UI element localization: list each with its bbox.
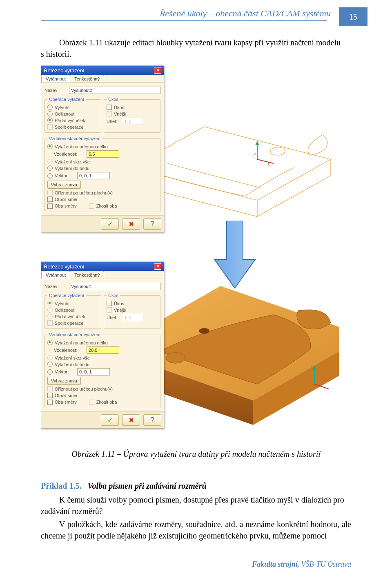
- radio-to-length[interactable]: [47, 340, 53, 345]
- dialog-body: Název Vysunout2 Operace vytažení Vytvoři…: [41, 83, 164, 215]
- footer-faculty: Fakulta strojní,: [252, 560, 301, 568]
- dialog-title: Řetězec vytažení: [44, 264, 85, 270]
- check-join: [47, 320, 53, 326]
- distance-group: Vzdálenost/směr vytažení Vytažení na urč…: [45, 332, 160, 408]
- dialog-titlebar[interactable]: Řetězec vytažení ✕: [41, 262, 164, 271]
- radio-cut[interactable]: [47, 111, 53, 116]
- extrude-dialog-2: Řetězec vytažení ✕ Vytáhnout Tenkostěnný…: [41, 261, 164, 429]
- name-label: Název: [45, 284, 69, 289]
- svg-text:x: x: [267, 161, 270, 167]
- radio-vector[interactable]: [47, 173, 53, 179]
- ok-button[interactable]: ✓: [101, 414, 119, 426]
- example-block: Příklad 1.5. Volba písmen při zadávání r…: [41, 480, 351, 541]
- check-outer: [107, 111, 112, 116]
- distance-label: Vzdálenost:: [54, 152, 87, 156]
- help-button[interactable]: ?: [143, 414, 161, 426]
- name-label: Název: [45, 88, 69, 93]
- footer-university: VŠB-TU Ostrava: [301, 560, 352, 568]
- angle-input: 5,0: [123, 118, 143, 125]
- check-trim: [47, 190, 53, 195]
- radio-create: [47, 301, 53, 306]
- check-both[interactable]: [47, 203, 53, 209]
- check-flip[interactable]: [47, 393, 53, 398]
- check-draft[interactable]: [107, 105, 112, 110]
- operation-group: Operace vytažení Vytvořit Odříznout Přid…: [45, 293, 101, 329]
- check-draft[interactable]: [107, 301, 112, 306]
- dialog-titlebar[interactable]: Řetězec vytažení ✕: [41, 66, 164, 75]
- check-outer: [107, 307, 112, 313]
- draft-legend: Úkos: [107, 293, 120, 298]
- tab-thinwall[interactable]: Tenkostěnný: [70, 271, 104, 279]
- vector-input[interactable]: 0, 0, 1: [77, 368, 110, 375]
- cancel-button[interactable]: ✖: [122, 414, 140, 426]
- figure-area: z x: [41, 65, 351, 437]
- intro-paragraph: Obrázek 1.11 ukazuje editaci hloubky vyt…: [41, 37, 351, 60]
- example-title: Volba písmen při zadávání rozměrů: [87, 481, 206, 490]
- distance-input[interactable]: 6.5: [87, 150, 119, 158]
- tab-extrude[interactable]: Vytáhnout: [41, 75, 70, 83]
- header-title: Řešené úkoly – obecná část CAD/CAM systé…: [160, 8, 331, 19]
- axis-triad-icon: z x: [254, 141, 274, 167]
- svg-point-6: [199, 328, 209, 334]
- figure-caption: Obrázek 1.11 – Úprava vytažení tvaru dut…: [41, 449, 351, 459]
- svg-point-0: [270, 147, 285, 155]
- dialog-title: Řetězec vytažení: [44, 67, 85, 74]
- angle-input: 0,0: [123, 314, 143, 321]
- radio-boss: [47, 314, 53, 319]
- distance-group: Vzdálenost/směr vytažení Vytažení na urč…: [45, 136, 160, 212]
- distance-label: Vzdálenost:: [54, 348, 87, 353]
- cancel-button[interactable]: ✖: [122, 218, 140, 230]
- close-icon[interactable]: ✕: [154, 67, 161, 74]
- header-rule: [41, 20, 327, 21]
- angle-label: Úhel:: [107, 119, 123, 124]
- angle-label: Úhel:: [107, 315, 123, 320]
- radio-thru-all: [47, 355, 53, 360]
- radio-to-point[interactable]: [47, 362, 53, 367]
- check-mirror: [89, 203, 94, 209]
- radio-to-length[interactable]: [47, 144, 53, 149]
- dialog-tabs: Vytáhnout Tenkostěnný: [41, 271, 164, 279]
- vector-input[interactable]: 0, 0, 1: [77, 172, 110, 179]
- help-button[interactable]: ?: [143, 218, 161, 230]
- check-mirror: [89, 400, 94, 405]
- radio-cut: [47, 307, 53, 313]
- ok-button[interactable]: ✓: [101, 218, 119, 230]
- extrude-dialog-1: Řetězec vytažení ✕ Vytáhnout Tenkostěnný…: [41, 65, 164, 232]
- name-input[interactable]: Vysunout2: [69, 87, 160, 94]
- draft-legend: Úkos: [107, 97, 120, 102]
- example-paragraph-1: K čemu slouží volby pomocí písmen, dostu…: [41, 494, 351, 517]
- name-input[interactable]: Vysunout1: [69, 283, 160, 290]
- operation-group: Operace vytažení Vytvořit Odříznout Přid…: [45, 97, 101, 133]
- distance-input[interactable]: 20,0: [87, 346, 119, 354]
- svg-point-7: [166, 353, 185, 363]
- radio-to-point[interactable]: [47, 165, 53, 171]
- intro-line-2: s historií.: [41, 49, 71, 58]
- example-paragraph-2: V položkách, kde zadáváme rozměry, souřa…: [41, 518, 351, 541]
- tab-thinwall[interactable]: Tenkostěnný: [70, 75, 104, 83]
- radio-vector[interactable]: [47, 369, 53, 375]
- draft-group: Úkos Úkos Vnější Úhel:5,0: [104, 97, 160, 133]
- reselect-button[interactable]: Vybrat znovu: [47, 377, 81, 385]
- page-number-badge: 15: [339, 7, 368, 26]
- operation-legend: Operace vytažení: [47, 293, 86, 298]
- check-both[interactable]: [47, 400, 53, 405]
- radio-thru-all: [47, 159, 53, 164]
- example-number: Příklad 1.5.: [41, 481, 81, 490]
- dialog-buttons: ✓ ✖ ?: [41, 411, 164, 428]
- radio-create[interactable]: [47, 105, 53, 110]
- tab-extrude[interactable]: Vytáhnout: [41, 271, 70, 279]
- check-trim: [47, 386, 53, 391]
- check-flip[interactable]: [47, 197, 53, 202]
- close-icon[interactable]: ✕: [154, 263, 161, 270]
- distance-legend: Vzdálenost/směr vytažení: [47, 332, 102, 337]
- operation-legend: Operace vytažení: [47, 97, 86, 102]
- dialog-tabs: Vytáhnout Tenkostěnný: [41, 75, 164, 83]
- reselect-button[interactable]: Vybrat znovu: [47, 181, 81, 189]
- svg-text:z: z: [254, 151, 256, 156]
- distance-legend: Vzdálenost/směr vytažení: [47, 136, 102, 141]
- check-join: [47, 124, 53, 130]
- radio-boss[interactable]: [47, 118, 53, 123]
- dialog-body: Název Vysunout1 Operace vytažení Vytvoři…: [41, 279, 164, 411]
- draft-group: Úkos Úkos Vnější Úhel:0,0: [104, 293, 160, 329]
- svg-line-3: [257, 159, 274, 163]
